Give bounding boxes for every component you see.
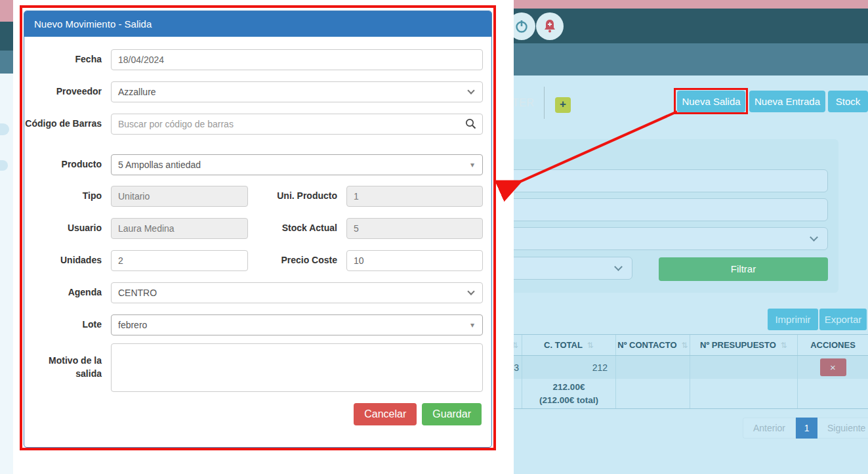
unidades-label: Unidades bbox=[24, 254, 111, 267]
screenshot-root: TER + Nueva Salida Nueva Entrada Stock F… bbox=[0, 0, 868, 474]
caret-down-icon: ▾ bbox=[470, 160, 474, 169]
fecha-input[interactable] bbox=[111, 49, 483, 70]
row-presupuesto-cell bbox=[690, 356, 797, 379]
chevron-down-icon bbox=[810, 233, 818, 242]
nueva-entrada-button[interactable]: Nueva Entrada bbox=[749, 91, 825, 112]
notifications-button[interactable] bbox=[536, 12, 564, 40]
usuario-label: Usuario bbox=[24, 222, 111, 235]
sort-icon[interactable]: ⇅ bbox=[682, 341, 688, 350]
stock-actual-label: Stock Actual bbox=[248, 222, 346, 235]
codigo-barras-label: Código de Barras bbox=[24, 118, 111, 131]
lote-select[interactable]: febrero ▾ bbox=[111, 314, 483, 335]
pagination-next[interactable]: Siguiente bbox=[817, 418, 868, 439]
producto-select[interactable]: 5 Ampollas antiedad ▾ bbox=[111, 154, 483, 175]
proveedor-select[interactable]: Azzallure bbox=[111, 81, 483, 102]
footer-total-cell: 212.00€ (212.00€ total) bbox=[522, 379, 615, 408]
cancelar-button[interactable]: Cancelar bbox=[354, 403, 417, 425]
unidades-input[interactable] bbox=[111, 250, 248, 271]
bell-icon bbox=[542, 18, 558, 34]
stock-button[interactable]: Stock bbox=[828, 91, 868, 112]
motivo-salida-label: Motivo de la salida bbox=[24, 355, 111, 380]
precio-coste-input[interactable] bbox=[346, 250, 483, 271]
imprimir-button[interactable]: Imprimir bbox=[768, 309, 818, 330]
table-header-row: ⇅ C. TOTAL⇅ Nº CONTACTO⇅ Nº PRESUPUESTO⇅… bbox=[508, 334, 868, 356]
sort-icon[interactable]: ⇅ bbox=[781, 341, 787, 350]
chevron-down-icon bbox=[467, 87, 474, 94]
fecha-label: Fecha bbox=[24, 53, 111, 66]
stock-actual-input bbox=[346, 218, 483, 239]
menu-divider bbox=[544, 87, 545, 119]
uni-producto-label: Uni. Producto bbox=[248, 190, 346, 203]
pagination: Anterior 1 Siguiente bbox=[743, 418, 868, 439]
chevron-down-icon bbox=[614, 263, 623, 271]
codigo-barras-input[interactable] bbox=[111, 114, 483, 135]
uni-producto-input bbox=[346, 186, 483, 207]
table-header-contacto[interactable]: Nº CONTACTO⇅ bbox=[615, 335, 690, 355]
table-header-ctotal[interactable]: C. TOTAL⇅ bbox=[522, 335, 615, 355]
annotation-highlight-rect bbox=[674, 88, 748, 114]
table-row: 3 212 × bbox=[508, 356, 868, 379]
row-contacto-cell bbox=[615, 356, 690, 379]
agenda-label: Agenda bbox=[24, 286, 111, 299]
precio-coste-label: Precio Coste bbox=[248, 254, 346, 267]
table-footer-row: 212.00€ (212.00€ total) bbox=[508, 379, 868, 409]
tipo-input bbox=[111, 186, 248, 207]
delete-row-button[interactable]: × bbox=[820, 358, 846, 376]
caret-down-icon: ▾ bbox=[470, 320, 474, 330]
exportar-button[interactable]: Exportar bbox=[819, 309, 867, 330]
pagination-page-1[interactable]: 1 bbox=[796, 418, 817, 439]
proveedor-label: Proveedor bbox=[24, 85, 111, 98]
close-icon: × bbox=[830, 362, 836, 373]
agenda-select[interactable]: CENTRO bbox=[111, 282, 483, 303]
nuevo-movimiento-modal: Nuevo Movimiento - Salida Fecha Proveedo… bbox=[24, 11, 492, 448]
row-ctotal-cell: 212 bbox=[522, 356, 615, 379]
filtrar-button[interactable]: Filtrar bbox=[659, 257, 828, 281]
table-header-presupuesto[interactable]: Nº PRESUPUESTO⇅ bbox=[690, 335, 797, 355]
tipo-label: Tipo bbox=[24, 190, 111, 203]
motivo-salida-textarea[interactable] bbox=[111, 343, 483, 392]
left-page-sliver bbox=[0, 0, 13, 474]
row-acciones-cell: × bbox=[797, 356, 868, 379]
usuario-input bbox=[111, 218, 248, 239]
chevron-down-icon bbox=[467, 288, 474, 295]
producto-label: Producto bbox=[24, 158, 111, 171]
table-header-acciones: ACCIONES bbox=[797, 335, 868, 355]
modal-title: Nuevo Movimiento - Salida bbox=[24, 11, 491, 37]
add-tab-button[interactable]: + bbox=[555, 97, 571, 113]
pagination-prev[interactable]: Anterior bbox=[743, 418, 796, 439]
tab-label-partial[interactable]: TER bbox=[512, 97, 535, 109]
lote-label: Lote bbox=[24, 318, 111, 332]
power-icon bbox=[514, 18, 529, 34]
search-icon[interactable] bbox=[465, 118, 476, 132]
sort-icon[interactable]: ⇅ bbox=[587, 341, 594, 350]
guardar-button[interactable]: Guardar bbox=[422, 403, 482, 425]
